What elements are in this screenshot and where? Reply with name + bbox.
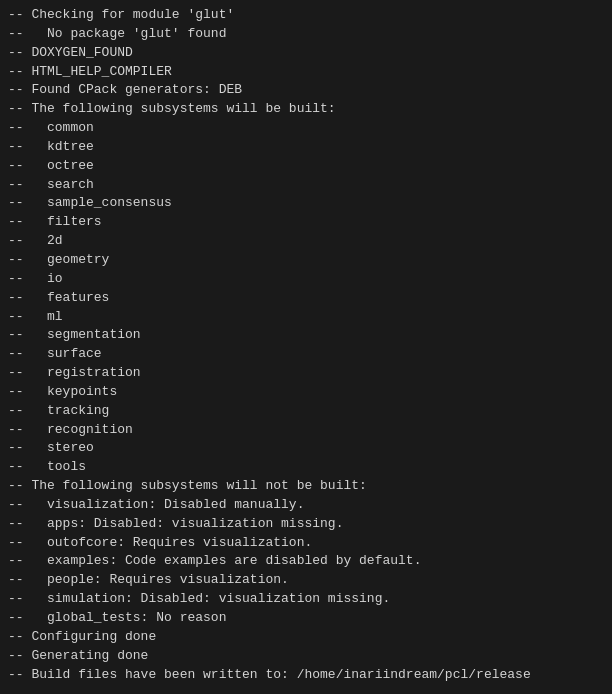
terminal-line: -- visualization: Disabled manually.	[8, 496, 604, 515]
terminal-line: -- Found CPack generators: DEB	[8, 81, 604, 100]
terminal-line: -- ml	[8, 308, 604, 327]
terminal-line: -- geometry	[8, 251, 604, 270]
terminal-line: -- No package 'glut' found	[8, 25, 604, 44]
terminal-line: -- HTML_HELP_COMPILER	[8, 63, 604, 82]
terminal-line: -- apps: Disabled: visualization missing…	[8, 515, 604, 534]
terminal-line: -- Generating done	[8, 647, 604, 666]
terminal-line: -- recognition	[8, 421, 604, 440]
terminal-line: -- io	[8, 270, 604, 289]
terminal-line: -- octree	[8, 157, 604, 176]
terminal-output: -- Checking for module 'glut'-- No packa…	[0, 0, 612, 694]
terminal-line: -- kdtree	[8, 138, 604, 157]
terminal-line: -- Configuring done	[8, 628, 604, 647]
terminal-line: -- stereo	[8, 439, 604, 458]
terminal-line: -- filters	[8, 213, 604, 232]
terminal-line: -- segmentation	[8, 326, 604, 345]
terminal-line: -- registration	[8, 364, 604, 383]
terminal-line: -- examples: Code examples are disabled …	[8, 552, 604, 571]
terminal-line: -- tracking	[8, 402, 604, 421]
terminal-line: -- Checking for module 'glut'	[8, 6, 604, 25]
terminal-line: -- common	[8, 119, 604, 138]
terminal-line: -- DOXYGEN_FOUND	[8, 44, 604, 63]
terminal-line: -- simulation: Disabled: visualization m…	[8, 590, 604, 609]
terminal-line: -- The following subsystems will not be …	[8, 477, 604, 496]
terminal-line: -- The following subsystems will be buil…	[8, 100, 604, 119]
terminal-line: -- sample_consensus	[8, 194, 604, 213]
terminal-line: -- tools	[8, 458, 604, 477]
terminal-line: -- features	[8, 289, 604, 308]
terminal-line: -- keypoints	[8, 383, 604, 402]
terminal-line: -- surface	[8, 345, 604, 364]
terminal-line: -- Build files have been written to: /ho…	[8, 666, 604, 685]
terminal-line: -- global_tests: No reason	[8, 609, 604, 628]
terminal-line: -- people: Requires visualization.	[8, 571, 604, 590]
terminal-line: -- outofcore: Requires visualization.	[8, 534, 604, 553]
terminal-line: -- search	[8, 176, 604, 195]
terminal-line: -- 2d	[8, 232, 604, 251]
